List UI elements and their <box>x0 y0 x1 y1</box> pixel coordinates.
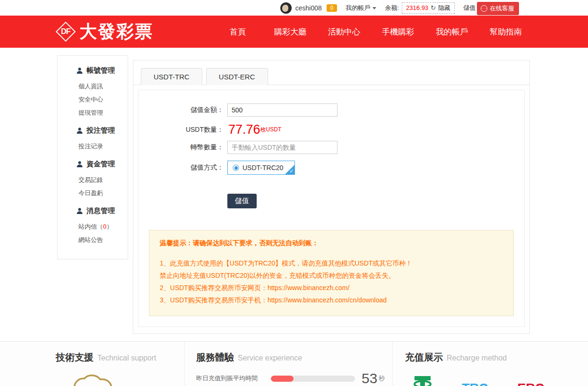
notice-line-binance-download-url: 3、USDT购买推荐交易所币安手机：https://www.binancezh.… <box>160 294 503 306</box>
method-row: 儲值方式： USDT-TRC20 ✓ <box>181 161 524 175</box>
sidebar-header-betting[interactable]: 投注管理 <box>58 122 128 140</box>
sidebar-section-messages: 消息管理 站内信（0） 網站公告 <box>58 203 128 247</box>
method-label: 儲值方式： <box>181 163 224 172</box>
chevron-down-icon <box>372 7 376 9</box>
nav-item-help[interactable]: 幫助指南 <box>490 26 522 37</box>
usdt-quantity-label: USDT数量： <box>181 126 224 134</box>
tether-icon <box>413 376 432 386</box>
message-count-badge[interactable]: 0 <box>327 4 337 12</box>
sidebar-item-profile[interactable]: 個人資訊 <box>58 80 128 93</box>
recharge-methods: TRC ERC <box>413 376 588 386</box>
username: ceshi008 <box>295 4 322 12</box>
sidebar-section-betting: 投注管理 投注记录 <box>58 122 128 153</box>
avatar[interactable] <box>280 2 292 14</box>
sidebar-item-bet-records[interactable]: 投注记录 <box>58 140 128 153</box>
sidebar-item-security-center[interactable]: 安全中心 <box>58 93 128 106</box>
cloud-logo: Fa <box>64 370 184 386</box>
radio-selected-icon <box>233 164 239 171</box>
amount-label: 儲值金額： <box>181 106 224 114</box>
notice-line: 禁止向地址充值USDT(TRC20)以外的资金，充错模式或币种您的资金将会丢失。 <box>160 269 503 282</box>
my-account-menu[interactable]: 我的帳戶 <box>346 4 376 12</box>
nav-item-home[interactable]: 首頁 <box>230 26 246 37</box>
nav-item-lottery-hall[interactable]: 購彩大廳 <box>274 26 306 37</box>
footer-recharge-column: 充值展示 Recharge method TRC ERC <box>392 342 588 386</box>
inbox-label-suffix: ） <box>106 223 112 230</box>
convert-quantity-input[interactable] <box>227 141 337 154</box>
balance-value: 2316.93 <box>406 4 428 11</box>
notice-line-binance-url: 2、USDT购买推荐交易所币安网页：https://www.binancezh.… <box>160 282 503 294</box>
recharge-tabbar: USDT-TRC USDT-ERC <box>133 60 529 85</box>
logo-diamond-icon: DF <box>56 22 76 42</box>
balance-box: 2316.93 ↻ 隐藏 <box>402 2 455 14</box>
convert-quantity-row: 轉幣數量： <box>181 141 524 154</box>
sidebar-header-funds[interactable]: 資金管理 <box>58 156 128 173</box>
deposit-time-progressbar <box>271 376 355 382</box>
experience-subtitle: Service experience <box>238 354 302 362</box>
nav-item-my-account[interactable]: 我的帳戶 <box>436 26 468 37</box>
sidebar-item-transaction-records[interactable]: 交易記錄 <box>58 173 128 187</box>
method-option-label: USDT-TRC20 <box>242 164 283 172</box>
site-logo[interactable]: DF 大發彩票 <box>56 20 153 43</box>
deposit-time-value: 53 <box>362 370 377 386</box>
sidebar-section-account: 帳號管理 個人資訊 安全中心 提現管理 <box>58 62 128 120</box>
user-icon <box>77 208 83 214</box>
sidebar-header-account[interactable]: 帳號管理 <box>58 62 128 80</box>
tab-usdt-erc[interactable]: USDT-ERC <box>206 68 268 85</box>
sidebar-header-label: 帳號管理 <box>86 66 115 75</box>
user-icon <box>77 68 83 74</box>
user-icon <box>77 161 83 168</box>
refresh-icon[interactable]: ↻ <box>431 4 436 11</box>
sidebar-item-inbox[interactable]: 站内信（0） <box>58 220 128 233</box>
notice-title: 温馨提示：请确保达到以下要求，否则无法自动到账： <box>160 239 503 248</box>
balance-label: 余额: <box>385 4 399 12</box>
online-service-button[interactable]: ··· 在线客服 <box>477 2 519 15</box>
recharge-title: 充值展示 <box>405 351 443 364</box>
logo-text: 大發彩票 <box>79 20 153 43</box>
usdt-quantity-row: USDT数量： 77.76 枚USDT <box>181 123 524 136</box>
recharge-subtitle: Recharge method <box>447 354 507 362</box>
method-option-usdt-trc20[interactable]: USDT-TRC20 ✓ <box>227 161 295 175</box>
recharge-card: USDT-TRC USDT-ERC 儲值金額： USDT数量： 77.76 枚U… <box>133 60 530 334</box>
sidebar-item-site-announcements[interactable]: 網站公告 <box>58 233 128 247</box>
recharge-panel: 儲值金額： USDT数量： 77.76 枚USDT 轉幣數量： 儲值方式： US… <box>138 90 525 327</box>
notice-line: 1、此充值方式使用的【USDT为TRC20】模式，请勿充值其他模式USDT或其它… <box>160 257 503 269</box>
my-account-label: 我的帳戶 <box>346 4 370 12</box>
balance-group: 余额: 2316.93 ↻ 隐藏 <box>385 2 455 14</box>
sidebar-item-withdraw-mgmt[interactable]: 提現管理 <box>58 106 128 120</box>
amount-row: 儲值金額： <box>181 103 524 117</box>
topbar: ceshi008 0 我的帳戶 余额: 2316.93 ↻ 隐藏 儲值 提領 退… <box>0 0 588 16</box>
main-navbar: DF 大發彩票 首頁 購彩大廳 活動中心 手機購彩 我的帳戶 幫助指南 <box>0 16 588 48</box>
sidebar-header-label: 消息管理 <box>86 206 115 215</box>
usdt-quantity-unit: 枚USDT <box>260 126 282 134</box>
deposit-time-label: 昨日充值到賬平均時間 <box>196 374 271 383</box>
deposit-link[interactable]: 儲值 <box>463 4 476 12</box>
support-title: 技術支援 <box>56 351 94 364</box>
tab-usdt-trc[interactable]: USDT-TRC <box>141 68 202 85</box>
content-area: 帳號管理 個人資訊 安全中心 提現管理 投注管理 投注记录 資金管理 交易記錄 <box>0 48 588 334</box>
sidebar-header-messages[interactable]: 消息管理 <box>58 203 128 220</box>
amount-input[interactable] <box>227 103 337 117</box>
sidebar-section-funds: 資金管理 交易記錄 今日盈虧 <box>58 156 128 200</box>
headset-icon: ··· <box>481 5 487 12</box>
hide-balance-button[interactable]: 隐藏 <box>438 4 450 12</box>
nav-menu: 首頁 購彩大廳 活動中心 手機購彩 我的帳戶 幫助指南 <box>230 26 522 37</box>
erc-label: ERC <box>518 381 545 386</box>
usdt-quantity-value: 77.76 <box>228 123 260 136</box>
footer: 技術支援 Technical support Fa 服務體驗 Service e… <box>0 341 588 386</box>
sidebar-header-label: 投注管理 <box>86 126 115 135</box>
nav-item-activity-center[interactable]: 活動中心 <box>328 26 360 37</box>
deposit-time-unit: 秒 <box>379 374 385 383</box>
inbox-label: 站内信（ <box>78 223 103 230</box>
nav-item-mobile[interactable]: 手機購彩 <box>382 26 414 37</box>
support-subtitle: Technical support <box>97 354 156 362</box>
deposit-submit-button[interactable]: 儲值 <box>227 194 257 208</box>
footer-support-column: 技術支援 Technical support Fa <box>0 342 184 386</box>
checkmark-icon: ✓ <box>289 168 294 174</box>
sidebar: 帳號管理 個人資訊 安全中心 提現管理 投注管理 投注记录 資金管理 交易記錄 <box>57 55 128 259</box>
sidebar-item-today-pnl[interactable]: 今日盈虧 <box>58 187 128 200</box>
convert-quantity-label: 轉幣數量： <box>181 143 224 152</box>
user-icon <box>77 128 83 134</box>
notice-box: 温馨提示：请确保达到以下要求，否则无法自动到账： 1、此充值方式使用的【USDT… <box>149 230 514 316</box>
footer-experience-column: 服務體驗 Service experience 昨日充值到賬平均時間 53 秒 … <box>184 342 392 386</box>
trc-label: TRC <box>462 381 488 386</box>
